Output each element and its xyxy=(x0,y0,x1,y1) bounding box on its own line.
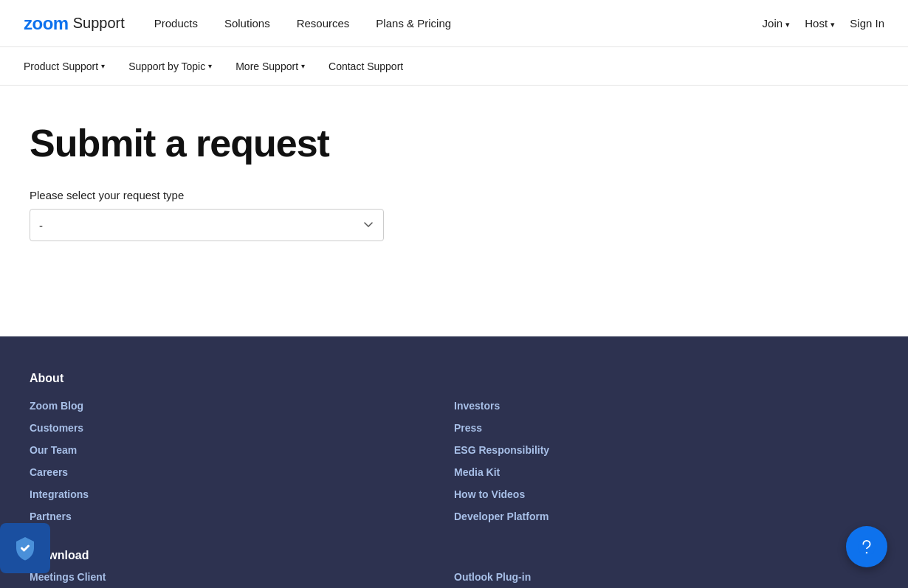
request-type-label: Please select your request type xyxy=(30,189,878,201)
top-nav-right: Join ▾ Host ▾ Sign In xyxy=(763,17,884,30)
nav-host[interactable]: Host ▾ xyxy=(805,17,835,30)
footer-link-careers[interactable]: Careers xyxy=(30,466,454,478)
footer-link-press[interactable]: Press xyxy=(454,422,878,434)
footer-link-esg[interactable]: ESG Responsibility xyxy=(454,444,878,456)
footer-about-columns: Zoom Blog Customers Our Team Careers Int… xyxy=(30,400,878,522)
subnav-more-support[interactable]: More Support ▾ xyxy=(224,47,317,86)
footer-link-partners[interactable]: Partners xyxy=(30,511,454,522)
security-badge[interactable] xyxy=(0,523,50,573)
footer-left-column: Zoom Blog Customers Our Team Careers Int… xyxy=(30,400,454,522)
support-by-topic-chevron-icon: ▾ xyxy=(208,62,212,70)
page-title: Submit a request xyxy=(30,121,878,165)
footer-link-outlook-plugin[interactable]: Outlook Plug-in xyxy=(454,571,878,583)
svg-point-1 xyxy=(866,552,867,553)
shield-checkmark-icon xyxy=(12,535,38,561)
main-content: Submit a request Please select your requ… xyxy=(0,86,908,336)
product-support-chevron-icon: ▾ xyxy=(101,62,105,70)
chat-icon xyxy=(856,536,877,557)
footer-dl-right-column: Outlook Plug-in xyxy=(454,571,878,583)
subnav-support-by-topic[interactable]: Support by Topic ▾ xyxy=(117,47,224,86)
join-chevron-icon: ▾ xyxy=(785,20,790,29)
footer-link-customers[interactable]: Customers xyxy=(30,422,454,434)
footer-download-heading: Download xyxy=(30,549,878,562)
footer-link-how-to-videos[interactable]: How to Videos xyxy=(454,488,878,500)
more-support-chevron-icon: ▾ xyxy=(301,62,305,70)
footer-download-section: Download Meetings Client Outlook Plug-in xyxy=(30,549,878,583)
footer-link-zoom-blog[interactable]: Zoom Blog xyxy=(30,400,454,412)
zoom-logo-text: zoom xyxy=(24,13,69,34)
nav-products[interactable]: Products xyxy=(154,17,198,30)
nav-resources[interactable]: Resources xyxy=(297,17,350,30)
footer-link-meetings-client[interactable]: Meetings Client xyxy=(30,571,454,583)
nav-plans-pricing[interactable]: Plans & Pricing xyxy=(376,17,451,30)
nav-join[interactable]: Join ▾ xyxy=(763,17,791,30)
footer-right-column: Investors Press ESG Responsibility Media… xyxy=(454,400,878,522)
request-type-select[interactable]: - xyxy=(30,209,384,241)
support-logo-text: Support xyxy=(73,15,125,32)
footer-link-investors[interactable]: Investors xyxy=(454,400,878,412)
footer-about-heading: About xyxy=(30,372,878,385)
top-nav-links: Products Solutions Resources Plans & Pri… xyxy=(154,17,763,30)
nav-sign-in[interactable]: Sign In xyxy=(850,17,884,30)
logo[interactable]: zoom Support xyxy=(24,13,125,34)
footer-dl-left-column: Meetings Client xyxy=(30,571,454,583)
host-chevron-icon: ▾ xyxy=(830,20,835,29)
footer-link-developer-platform[interactable]: Developer Platform xyxy=(454,511,878,522)
footer-link-integrations[interactable]: Integrations xyxy=(30,488,454,500)
top-navigation: zoom Support Products Solutions Resource… xyxy=(0,0,908,47)
nav-solutions[interactable]: Solutions xyxy=(224,17,270,30)
sub-navigation: Product Support ▾ Support by Topic ▾ Mor… xyxy=(0,47,908,86)
footer: About Zoom Blog Customers Our Team Caree… xyxy=(0,336,908,588)
subnav-product-support[interactable]: Product Support ▾ xyxy=(24,47,117,86)
chat-button[interactable] xyxy=(846,526,887,567)
subnav-contact-support[interactable]: Contact Support xyxy=(317,47,415,86)
footer-link-our-team[interactable]: Our Team xyxy=(30,444,454,456)
footer-link-media-kit[interactable]: Media Kit xyxy=(454,466,878,478)
footer-download-columns: Meetings Client Outlook Plug-in xyxy=(30,571,878,583)
